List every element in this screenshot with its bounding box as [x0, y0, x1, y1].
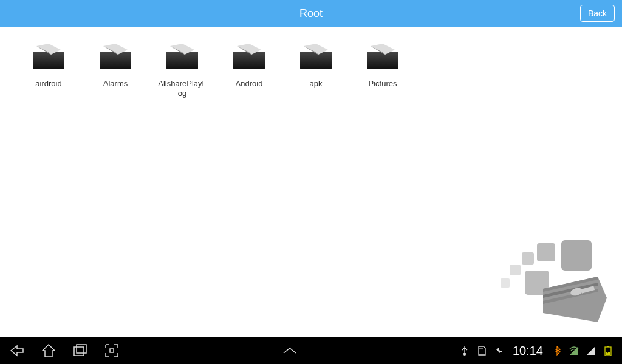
folder-item-allshareplaylog[interactable]: AllsharePlayLog: [158, 44, 207, 98]
folder-label: airdroid: [35, 79, 61, 89]
svg-rect-13: [607, 346, 609, 347]
folder-icon: [232, 44, 266, 70]
recent-nav-icon[interactable]: [72, 342, 89, 359]
svg-rect-1: [522, 252, 534, 265]
folder-item-airdroid[interactable]: airdroid: [24, 44, 73, 98]
screenshot-nav-icon[interactable]: [103, 342, 120, 359]
bluetooth-icon: [552, 345, 562, 356]
folder-item-alarms[interactable]: Alarms: [91, 44, 140, 98]
svg-point-11: [463, 353, 466, 356]
folder-label: Alarms: [103, 79, 128, 89]
sdcard-icon: [476, 345, 487, 356]
status-time: 10:14: [513, 344, 543, 358]
nav-left-group: [9, 342, 120, 359]
svg-rect-3: [501, 278, 510, 288]
back-nav-icon[interactable]: [9, 342, 26, 359]
nav-center: [120, 342, 459, 359]
svg-rect-8: [74, 347, 84, 356]
signal-icon: [586, 345, 596, 356]
wifi-icon: [569, 345, 579, 356]
folder-grid: airdroid Alarms AllsharePlayLog: [12, 44, 610, 98]
svg-rect-10: [110, 349, 114, 352]
folder-icon: [165, 44, 199, 70]
svg-rect-0: [537, 243, 555, 261]
sync-icon: [493, 345, 504, 356]
header-bar: Root Back: [0, 0, 622, 27]
folder-label: AllsharePlayLog: [158, 79, 207, 98]
svg-rect-4: [561, 240, 592, 271]
folder-label: Android: [236, 79, 263, 89]
folder-icon: [366, 44, 400, 70]
folder-label: Pictures: [369, 79, 397, 89]
navigation-bar: 10:14: [0, 337, 622, 364]
folder-item-apk[interactable]: apk: [292, 44, 340, 98]
battery-icon: [603, 345, 613, 356]
svg-rect-9: [77, 345, 86, 353]
folder-icon: [98, 44, 132, 70]
home-nav-icon[interactable]: [40, 342, 57, 359]
folder-icon: [299, 44, 333, 70]
content-area: airdroid Alarms AllsharePlayLog: [0, 27, 622, 337]
folder-icon: [32, 44, 66, 70]
svg-rect-2: [510, 265, 521, 275]
expand-nav-icon[interactable]: [281, 342, 298, 359]
folder-item-android[interactable]: Android: [225, 44, 273, 98]
page-title: Root: [299, 7, 323, 20]
svg-rect-14: [606, 352, 610, 355]
folder-label: apk: [310, 79, 323, 89]
usb-icon: [459, 345, 470, 356]
back-button[interactable]: Back: [580, 5, 615, 22]
folder-item-pictures[interactable]: Pictures: [358, 44, 407, 98]
status-group: 10:14: [459, 344, 613, 358]
watermark-logo: [488, 237, 610, 328]
